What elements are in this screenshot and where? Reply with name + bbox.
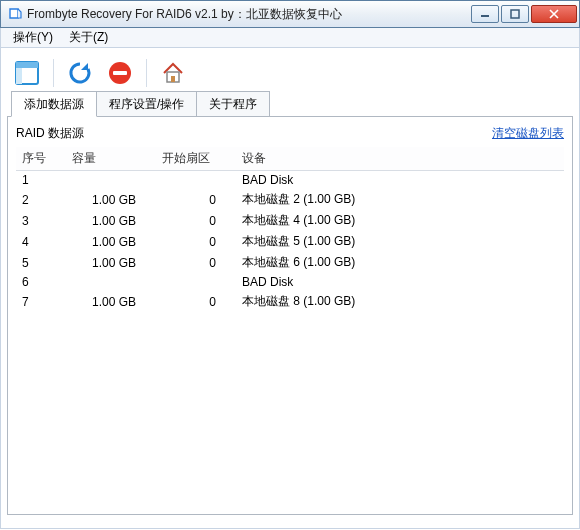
cell-start-sector: 0 bbox=[156, 189, 236, 210]
main-panel: 添加数据源 程序设置/操作 关于程序 RAID 数据源 清空磁盘列表 序号 容量… bbox=[0, 48, 580, 529]
app-icon bbox=[7, 6, 23, 22]
table-row[interactable]: 71.00 GB0本地磁盘 8 (1.00 GB) bbox=[16, 291, 564, 312]
menu-operate[interactable]: 操作(Y) bbox=[5, 27, 61, 48]
stop-icon bbox=[107, 60, 133, 86]
cell-start-sector bbox=[156, 273, 236, 291]
window-controls bbox=[471, 5, 577, 23]
cell-start-sector: 0 bbox=[156, 291, 236, 312]
disk-table: 序号 容量 开始扇区 设备 1BAD Disk21.00 GB0本地磁盘 2 (… bbox=[16, 147, 564, 312]
minimize-button[interactable] bbox=[471, 5, 499, 23]
col-seq[interactable]: 序号 bbox=[16, 147, 66, 171]
refresh-button[interactable] bbox=[64, 57, 96, 89]
cell-seq: 1 bbox=[16, 171, 66, 190]
tab-settings[interactable]: 程序设置/操作 bbox=[96, 91, 197, 116]
cell-capacity: 1.00 GB bbox=[66, 210, 156, 231]
cell-start-sector: 0 bbox=[156, 210, 236, 231]
tab-add-source[interactable]: 添加数据源 bbox=[11, 91, 97, 117]
cell-device: 本地磁盘 5 (1.00 GB) bbox=[236, 231, 564, 252]
cell-seq: 7 bbox=[16, 291, 66, 312]
home-button[interactable] bbox=[157, 57, 189, 89]
toolbar-separator bbox=[53, 59, 54, 87]
cell-seq: 3 bbox=[16, 210, 66, 231]
svg-rect-8 bbox=[171, 76, 175, 82]
cell-capacity: 1.00 GB bbox=[66, 189, 156, 210]
tab-about-program[interactable]: 关于程序 bbox=[196, 91, 270, 116]
table-row[interactable]: 31.00 GB0本地磁盘 4 (1.00 GB) bbox=[16, 210, 564, 231]
maximize-button[interactable] bbox=[501, 5, 529, 23]
cell-capacity: 1.00 GB bbox=[66, 291, 156, 312]
cell-seq: 5 bbox=[16, 252, 66, 273]
cell-seq: 2 bbox=[16, 189, 66, 210]
home-icon bbox=[160, 60, 186, 86]
menubar: 操作(Y) 关于(Z) bbox=[0, 28, 580, 48]
stop-button[interactable] bbox=[104, 57, 136, 89]
cell-device: 本地磁盘 8 (1.00 GB) bbox=[236, 291, 564, 312]
table-row[interactable]: 1BAD Disk bbox=[16, 171, 564, 190]
close-button[interactable] bbox=[531, 5, 577, 23]
cell-capacity: 1.00 GB bbox=[66, 252, 156, 273]
cell-device: 本地磁盘 4 (1.00 GB) bbox=[236, 210, 564, 231]
col-start-sector[interactable]: 开始扇区 bbox=[156, 147, 236, 171]
table-row[interactable]: 41.00 GB0本地磁盘 5 (1.00 GB) bbox=[16, 231, 564, 252]
cell-start-sector: 0 bbox=[156, 252, 236, 273]
cell-seq: 4 bbox=[16, 231, 66, 252]
table-row[interactable]: 6BAD Disk bbox=[16, 273, 564, 291]
clear-disk-list-link[interactable]: 清空磁盘列表 bbox=[492, 125, 564, 142]
svg-rect-6 bbox=[113, 71, 127, 75]
cell-device: 本地磁盘 2 (1.00 GB) bbox=[236, 189, 564, 210]
tabstrip: 添加数据源 程序设置/操作 关于程序 bbox=[7, 92, 573, 116]
panel-header: RAID 数据源 清空磁盘列表 bbox=[16, 123, 564, 143]
cell-capacity: 1.00 GB bbox=[66, 231, 156, 252]
cell-start-sector bbox=[156, 171, 236, 190]
refresh-icon bbox=[67, 60, 93, 86]
svg-rect-0 bbox=[481, 15, 489, 17]
svg-rect-1 bbox=[511, 10, 519, 18]
panel-icon bbox=[14, 60, 40, 86]
svg-rect-3 bbox=[16, 62, 38, 68]
window-title: Frombyte Recovery For RAID6 v2.1 by：北亚数据… bbox=[27, 6, 471, 23]
svg-rect-4 bbox=[16, 68, 22, 84]
cell-seq: 6 bbox=[16, 273, 66, 291]
cell-device: BAD Disk bbox=[236, 171, 564, 190]
col-capacity[interactable]: 容量 bbox=[66, 147, 156, 171]
cell-start-sector: 0 bbox=[156, 231, 236, 252]
cell-device: 本地磁盘 6 (1.00 GB) bbox=[236, 252, 564, 273]
titlebar[interactable]: Frombyte Recovery For RAID6 v2.1 by：北亚数据… bbox=[0, 0, 580, 28]
cell-capacity bbox=[66, 273, 156, 291]
toolbar-separator bbox=[146, 59, 147, 87]
table-header-row: 序号 容量 开始扇区 设备 bbox=[16, 147, 564, 171]
table-row[interactable]: 51.00 GB0本地磁盘 6 (1.00 GB) bbox=[16, 252, 564, 273]
panel-button[interactable] bbox=[11, 57, 43, 89]
menu-about[interactable]: 关于(Z) bbox=[61, 27, 116, 48]
section-title: RAID 数据源 bbox=[16, 125, 84, 142]
toolbar bbox=[7, 54, 573, 92]
col-device[interactable]: 设备 bbox=[236, 147, 564, 171]
cell-capacity bbox=[66, 171, 156, 190]
cell-device: BAD Disk bbox=[236, 273, 564, 291]
table-row[interactable]: 21.00 GB0本地磁盘 2 (1.00 GB) bbox=[16, 189, 564, 210]
tab-panel: RAID 数据源 清空磁盘列表 序号 容量 开始扇区 设备 1BAD Disk2… bbox=[7, 116, 573, 515]
